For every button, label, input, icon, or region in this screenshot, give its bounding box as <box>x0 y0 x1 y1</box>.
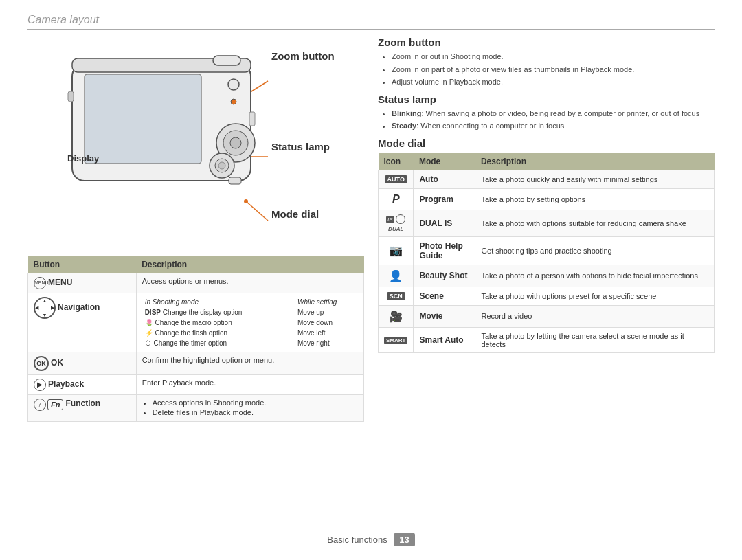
zoom-callout-text: Zoom button Zoom in or out in Shooting m… <box>378 36 715 88</box>
table-row: 🎥 Movie Record a video <box>379 305 715 327</box>
nav-header-shooting: In Shooting mode <box>142 297 287 307</box>
zoom-bullets: Zoom in or out in Shooting mode. Zoom in… <box>378 51 715 88</box>
button-table: Button Description MENU MENU Access opti… <box>27 256 364 422</box>
fn-circle: 𝑓 <box>34 399 46 411</box>
fn-badge: Fn <box>47 399 63 410</box>
mode-dial-title: Mode dial <box>378 137 715 149</box>
table-row: P Program Take a photo by setting option… <box>379 188 715 210</box>
table-row: 👤 Beauty Shot Take a photo of a person w… <box>379 265 715 287</box>
nav-macro-spacer <box>287 317 295 328</box>
nav-disp-spacer <box>287 307 295 317</box>
beauty-desc-cell: Take a photo of a person with options to… <box>475 265 715 287</box>
mode-table: Icon Mode Description AUTO Auto Take a p… <box>378 153 715 353</box>
menu-btn-cell: MENU MENU <box>28 273 137 293</box>
nav-btn-cell: ▲ ▼ ◀ ▶ Navigation <box>28 293 137 352</box>
left-section: Display Zoom button Status lamp Mode dia… <box>27 36 364 422</box>
footer: Basic functions 13 <box>0 533 742 546</box>
movie-mode-cell: Movie <box>414 305 475 327</box>
nav-disp-label: DISP Change the display option <box>142 307 287 317</box>
svg-rect-9 <box>85 74 201 164</box>
camera-svg <box>65 43 258 194</box>
smart-icon-cell: SMART <box>379 327 414 352</box>
dual-mode-cell: DUAL IS <box>414 210 475 236</box>
main-content: Display Zoom button Status lamp Mode dia… <box>27 36 715 422</box>
table-row: ▶ Playback Enter Playback mode. <box>28 375 364 395</box>
status-callout-text: Status lamp Blinking: When saving a phot… <box>378 93 715 132</box>
page-title: Camera layout <box>27 14 99 25</box>
fn-desc-list: Access options in Shooting mode. Delete … <box>142 399 358 416</box>
nav-flash-label: ⚡ Change the flash option <box>142 328 287 338</box>
fn-desc-item1: Access options in Shooting mode. <box>153 399 358 407</box>
svg-rect-22 <box>68 91 74 102</box>
svg-rect-11 <box>213 56 240 65</box>
svg-point-13 <box>231 99 236 104</box>
scene-mode-cell: Scene <box>414 287 475 305</box>
nav-timer-action: Move right <box>295 338 358 348</box>
menu-desc: Access options or menus. <box>136 273 363 293</box>
beauty-icon-cell: 👤 <box>379 265 414 287</box>
pb-label: Playback <box>48 379 84 389</box>
page: Camera layout <box>0 0 742 560</box>
program-icon-cell: P <box>379 188 414 210</box>
nav-macro-label: 🌷 Change the macro option <box>142 317 287 328</box>
nav-header-setting: While setting <box>295 297 358 307</box>
nav-disp-action: Move up <box>295 307 358 317</box>
table-row: 𝑓 Fn Function Access options in Shooting… <box>28 395 364 422</box>
ok-icon: OK <box>34 356 49 371</box>
zoom-bullet-1: Zoom in or out in Shooting mode. <box>392 51 715 63</box>
program-icon: P <box>392 193 400 205</box>
nav-sub-table: In Shooting mode While setting DISP Chan… <box>142 297 358 348</box>
fn-label: Function <box>66 399 101 408</box>
nav-timer-label: ⏱ Change the timer option <box>142 338 287 348</box>
movie-desc-cell: Record a video <box>475 305 715 327</box>
btn-col-button: Button <box>28 256 137 273</box>
dual-icon-cell: IS DUAL <box>379 210 414 236</box>
photo-help-icon-cell: 📷 <box>379 236 414 265</box>
dual-desc-cell: Take a photo with options suitable for r… <box>475 210 715 236</box>
beauty-mode-cell: Beauty Shot <box>414 265 475 287</box>
ok-desc: Confirm the highlighted option or menu. <box>136 352 363 375</box>
scene-icon-cell: SCN <box>379 287 414 305</box>
zoom-bullet-2: Zoom in on part of a photo or view files… <box>392 64 715 76</box>
fn-btn-cell: 𝑓 Fn Function <box>28 395 137 422</box>
scn-icon: SCN <box>387 292 405 300</box>
zoom-title: Zoom button <box>271 50 361 62</box>
svg-point-12 <box>228 79 239 90</box>
nav-timer-spacer <box>287 338 295 348</box>
svg-line-6 <box>246 201 268 221</box>
display-label: Display <box>67 152 99 164</box>
svg-point-19 <box>218 162 225 169</box>
nav-header-spacer <box>287 297 295 307</box>
right-section: Zoom button Zoom in or out in Shooting m… <box>378 36 715 422</box>
mode-col-desc: Description <box>475 153 715 170</box>
movie-icon-cell: 🎥 <box>379 305 414 327</box>
menu-label: MENU <box>48 278 72 287</box>
auto-icon: AUTO <box>385 175 407 183</box>
status-bullet-steady: Steady: When connecting to a computer or… <box>392 120 715 132</box>
camera-illustration <box>65 43 258 197</box>
ok-btn-cell: OK OK <box>28 352 137 375</box>
smart-mode-cell: Smart Auto <box>414 327 475 352</box>
svg-point-7 <box>244 199 248 203</box>
status-bullets: Blinking: When saving a photo or video, … <box>378 108 715 132</box>
footer-text: Basic functions <box>327 535 387 545</box>
footer-page: 13 <box>394 533 414 546</box>
nav-macro-action: Move down <box>295 317 358 328</box>
nav-label: Navigation <box>58 302 100 312</box>
nav-flash-spacer <box>287 328 295 338</box>
beauty-icon: 👤 <box>389 270 403 282</box>
table-row: OK OK Confirm the highlighted option or … <box>28 352 364 375</box>
status-callout-title: Status lamp <box>378 93 715 105</box>
smart-desc-cell: Take a photo by letting the camera selec… <box>475 327 715 352</box>
auto-desc-cell: Take a photo quickly and easily with min… <box>475 170 715 188</box>
nav-flash-action: Move left <box>295 328 358 338</box>
auto-icon-cell: AUTO <box>379 170 414 188</box>
svg-point-16 <box>230 137 241 148</box>
pb-btn-cell: ▶ Playback <box>28 375 137 395</box>
btn-col-description: Description <box>136 256 363 273</box>
table-row: AUTO Auto Take a photo quickly and easil… <box>379 170 715 188</box>
table-row: IS DUAL DUAL IS Take a photo with option… <box>379 210 715 236</box>
table-row: MENU MENU Access options or menus. <box>28 273 364 293</box>
mode-callout: Mode dial <box>271 208 361 223</box>
status-title: Status lamp <box>271 141 361 153</box>
